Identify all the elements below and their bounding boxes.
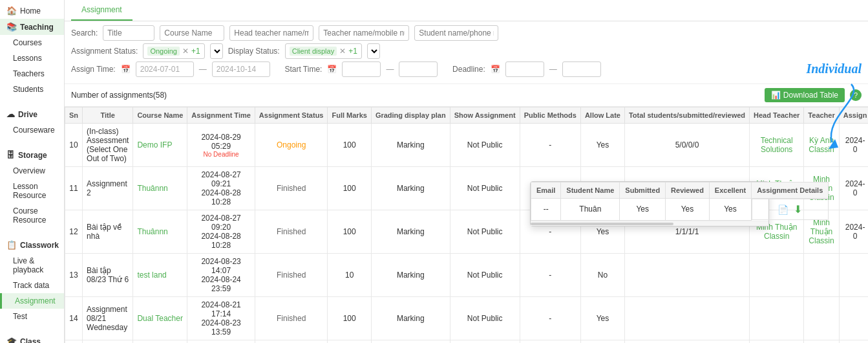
cell-status: Ongoing [255,124,328,167]
cell-course[interactable]: Thuânnn [133,210,187,254]
sidebar-item-drive[interactable]: ☁ Drive [0,106,64,122]
cell-title: Bài tập về nhà [83,210,133,254]
cell-course[interactable]: Demo IFP [133,124,187,167]
col-head-teacher: Head Teacher [750,107,804,124]
assign-time-label: Assign Time: [71,65,116,74]
download-table-btn[interactable]: 📊 Download Table [765,88,845,102]
cell-sn: 13 [65,254,83,297]
popup-details-actions: 📄 ⬇ [752,199,829,220]
start-time-input[interactable] [342,61,381,77]
cell-allow-late: Yes [580,297,624,340]
start-time-end-input[interactable] [399,61,438,77]
cell-total [624,254,749,297]
popup-col-reviewed: Reviewed [666,183,710,199]
col-total: Total students/submitted/reviewed [624,107,749,124]
cell-full-marks: 100 [328,167,371,210]
cell-assign [839,254,868,297]
help-icon[interactable]: ? [850,89,862,101]
sidebar-item-students[interactable]: Students [0,82,64,97]
deadline-label: Deadline: [452,65,485,74]
cell-teacher[interactable] [804,297,839,340]
cell-teacher[interactable]: Anh Nguyên [804,340,839,344]
cell-course[interactable]: Mobile locale [133,340,187,344]
title-input[interactable] [103,25,154,41]
col-teacher: Teacher [804,107,839,124]
cell-course[interactable]: test land [133,254,187,297]
cell-title: Assignment 08/21 Wednesday [83,297,133,340]
head-teacher-input[interactable] [229,25,313,41]
popup-detail-icon[interactable]: 📄 [778,205,789,215]
assignment-status-label: Assignment Status: [71,47,138,56]
display-status-select[interactable] [367,43,380,59]
cell-grading: Marking [371,297,450,340]
sidebar-item-track-data[interactable]: Track data [0,278,64,293]
student-input[interactable] [414,25,498,41]
cell-course[interactable]: Dual Teacher [133,297,187,340]
plus1-tag[interactable]: +1 [191,47,200,56]
cell-title: (In-class) Assessment (Select One Out of… [83,124,133,167]
cell-title: Assignment 2 [83,167,133,210]
client-display-close-icon[interactable]: ✕ [339,47,346,56]
cell-show: Not Public [450,340,520,344]
sidebar-item-home[interactable]: 🏠 Home [0,3,64,19]
cell-full-marks: 10 [328,254,371,297]
calendar-icon-from: 📅 [121,65,131,74]
cell-public: - [520,124,580,167]
cell-teacher[interactable] [804,254,839,297]
sidebar-item-courses[interactable]: Courses [0,35,64,50]
cell-time: 2024-08-23 14:07 2024-08-24 23:59 [187,254,255,297]
sidebar-item-storage[interactable]: 🗄 Storage [0,147,64,163]
sidebar-item-assignment[interactable]: Assignment [0,293,64,309]
sidebar-item-lessons[interactable]: Lessons [0,50,64,66]
sidebar-item-classwork[interactable]: 📋 Classwork [0,237,64,253]
filter-bar: Search: Assignment Status: Ongoing ✕ +1 … [65,21,868,84]
course-name-input[interactable] [160,25,224,41]
date-to-input[interactable] [212,61,270,77]
sidebar-item-teachers[interactable]: Teachers [0,66,64,82]
display-status-filter[interactable]: Client display ✕ +1 [285,43,362,59]
classwork-icon: 📋 [6,240,17,250]
cell-head-teacher[interactable]: Technical Solutions [750,124,804,167]
assignments-count: Number of assignments(58) [71,91,167,100]
cell-head-teacher[interactable]: Teacher Test 002 [750,340,804,344]
assignment-status-filter[interactable]: Ongoing ✕ +1 [143,43,204,59]
cell-show: Not Public [450,210,520,254]
sidebar-item-teaching[interactable]: 📚 Teaching [0,19,64,35]
cell-public: - [520,297,580,340]
cell-show: Not Public [450,297,520,340]
assignment-details-popup: Email Student Name Submitted Reviewed Ex… [530,181,769,227]
sidebar-item-courseware[interactable]: Courseware [0,122,64,138]
cell-allow-late: No [580,254,624,297]
teacher-input[interactable] [319,25,409,41]
cell-grading: Marking [371,124,450,167]
client-display-tag: Client display [290,47,337,56]
deadline-input[interactable] [505,61,544,77]
storage-icon: 🗄 [6,150,15,160]
cell-status: Finished [255,340,328,344]
popup-download-icon[interactable]: ⬇ [794,203,802,216]
sidebar-item-live-playback[interactable]: Live & playback [0,253,64,278]
cell-teacher[interactable]: Kỳ Anh Classin [804,124,839,167]
cell-full-marks: 100 [328,210,371,254]
tab-assignment[interactable]: Assignment [71,0,132,21]
table-icon: 📊 [771,91,781,100]
sidebar-item-course-resource[interactable]: Course Resource [0,203,64,228]
col-assign: Assign [839,107,868,124]
cell-head-teacher[interactable] [750,254,804,297]
assignment-status-select[interactable] [210,43,223,59]
cell-head-teacher[interactable] [750,297,804,340]
start-time-label: Start Time: [284,65,322,74]
cell-status: Finished [255,297,328,340]
sidebar-item-test[interactable]: Test [0,309,64,324]
sidebar-item-lesson-resource[interactable]: Lesson Resource [0,179,64,203]
cell-course[interactable]: Thuânnn [133,167,187,210]
cell-title: Bài tập 08/23 Thứ 6 [83,254,133,297]
table-row: 15 作业 8月15日 星期四 Mobile locale 2024-08-15… [65,340,869,344]
ongoing-close-icon[interactable]: ✕ [182,47,189,56]
deadline-end-input[interactable] [562,61,601,77]
sidebar-item-class[interactable]: 🎓 Class [0,333,64,343]
sidebar-item-overview-storage[interactable]: Overview [0,163,64,179]
plus1-2-tag[interactable]: +1 [348,47,357,56]
date-from-input[interactable] [136,61,194,77]
cell-assign: 2024-0 [839,340,868,344]
